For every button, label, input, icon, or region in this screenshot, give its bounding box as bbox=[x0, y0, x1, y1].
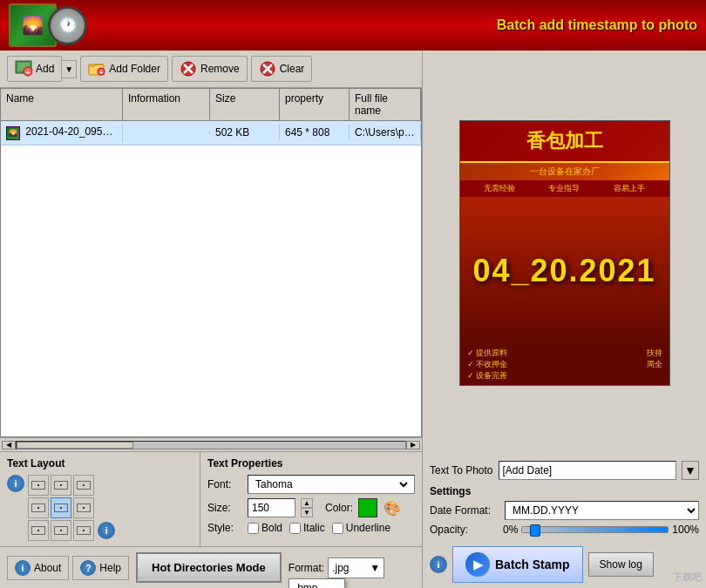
right-panel: 香包加工 一台设备在家办厂 无需经验 专业指导 容易上手 04_20.2021 … bbox=[423, 51, 706, 588]
dot bbox=[37, 484, 39, 486]
layout-btn-mid-center[interactable] bbox=[51, 497, 71, 518]
color-palette-icon[interactable]: 🎨 bbox=[383, 498, 402, 517]
opacity-row: Opacity: 0% 100% bbox=[430, 524, 699, 536]
bold-checkbox-label[interactable]: Bold bbox=[248, 522, 282, 534]
bottom-layout-row: Text Layout i bbox=[0, 451, 422, 546]
col-prop-header: property bbox=[280, 89, 350, 120]
ttp-expand-button[interactable]: ▼ bbox=[682, 461, 699, 480]
info-circle-right[interactable]: i bbox=[430, 556, 447, 573]
size-input[interactable] bbox=[248, 498, 295, 517]
size-down-btn[interactable]: ▼ bbox=[301, 508, 313, 517]
scroll-right-arrow[interactable]: ▶ bbox=[406, 441, 420, 449]
dot bbox=[37, 530, 39, 531]
italic-checkbox[interactable] bbox=[289, 523, 301, 534]
right-controls: Text To Photo ▼ Settings Date Format: MM… bbox=[423, 456, 706, 541]
size-color-row: Size: ▲ ▼ Color: 🎨 bbox=[207, 498, 415, 517]
scroll-left-arrow[interactable]: ◀ bbox=[2, 441, 16, 449]
horizontal-scrollbar[interactable]: ◀ ▶ bbox=[0, 437, 422, 451]
layout-btn-top-center[interactable] bbox=[51, 475, 71, 496]
dot bbox=[37, 507, 39, 509]
add-button-group[interactable]: + Add ▼ bbox=[7, 56, 77, 82]
help-button[interactable]: ? Help bbox=[72, 556, 129, 580]
info-circle-1[interactable]: i bbox=[7, 475, 24, 492]
format-dropdown: .bmp .gif .jpg .pcx .png .tif .ico .j2k bbox=[289, 578, 345, 589]
add-folder-label: Add Folder bbox=[109, 63, 160, 75]
clear-button[interactable]: Clear bbox=[251, 56, 313, 82]
remove-button[interactable]: Remove bbox=[172, 56, 248, 82]
opacity-label: Opacity: bbox=[430, 524, 499, 536]
layout-btn-top-right[interactable] bbox=[73, 475, 94, 496]
about-label: About bbox=[34, 562, 61, 574]
text-to-photo-row: Text To Photo ▼ bbox=[430, 461, 699, 480]
batch-stamp-button[interactable]: ▶ Batch Stamp bbox=[452, 546, 583, 583]
italic-checkbox-label[interactable]: Italic bbox=[289, 522, 325, 534]
dot bbox=[83, 507, 85, 509]
layout-btn-top-left[interactable] bbox=[28, 475, 49, 496]
layout-btn-bot-right[interactable] bbox=[73, 520, 94, 541]
layout-indicator bbox=[31, 526, 45, 535]
poster-subtitle: 一台设备在家办厂 bbox=[460, 163, 669, 180]
opacity-min: 0% bbox=[503, 524, 518, 536]
style-label: Style: bbox=[207, 522, 242, 534]
date-format-select[interactable]: MM.DD.YYYY bbox=[505, 501, 699, 520]
about-button[interactable]: i About bbox=[7, 556, 69, 580]
add-folder-button[interactable]: + Add Folder bbox=[80, 56, 168, 82]
svg-text:+: + bbox=[99, 69, 104, 77]
italic-label: Italic bbox=[303, 522, 325, 534]
text-layout-section: Text Layout i bbox=[0, 452, 200, 546]
underline-checkbox-label[interactable]: Underline bbox=[332, 522, 390, 534]
file-info-cell bbox=[123, 131, 210, 134]
size-up-btn[interactable]: ▲ bbox=[301, 498, 313, 508]
app-title: Batch add timestamp to photo bbox=[497, 17, 697, 33]
format-value: .jpg bbox=[332, 562, 349, 574]
about-info-icon: i bbox=[15, 560, 31, 576]
opacity-thumb[interactable] bbox=[530, 524, 540, 537]
layout-indicator bbox=[54, 481, 68, 490]
text-props-title: Text Properties bbox=[207, 457, 415, 470]
ttp-label: Text To Photo bbox=[430, 464, 493, 476]
scrollbar-track[interactable] bbox=[16, 441, 406, 449]
add-dropdown-arrow[interactable]: ▼ bbox=[62, 60, 77, 78]
font-input[interactable]: Tahoma bbox=[248, 475, 415, 494]
layout-info-side: i bbox=[7, 475, 24, 541]
opacity-slider[interactable] bbox=[521, 526, 669, 533]
layout-btn-bot-center[interactable] bbox=[51, 520, 71, 541]
ttp-input[interactable] bbox=[499, 461, 677, 480]
info-circle-2[interactable]: i bbox=[98, 522, 115, 539]
hot-dir-label: Hot Directories Mode bbox=[152, 561, 266, 574]
bold-checkbox[interactable] bbox=[248, 523, 259, 534]
add-button[interactable]: + Add bbox=[7, 56, 62, 82]
layout-btn-bot-left[interactable] bbox=[28, 520, 49, 541]
style-row: Style: Bold Italic Underline bbox=[207, 522, 415, 534]
color-label: Color: bbox=[325, 502, 353, 514]
table-row[interactable]: 🌄 2021-04-20_095418.... 502 KB 645 * 808… bbox=[1, 121, 421, 145]
color-box[interactable] bbox=[358, 498, 377, 517]
layout-btn-mid-left[interactable] bbox=[28, 497, 49, 518]
format-select[interactable]: .jpg ▼ bbox=[328, 558, 384, 578]
layout-btn-mid-right[interactable] bbox=[73, 497, 94, 518]
remove-icon bbox=[180, 60, 197, 78]
format-option-bmp[interactable]: .bmp bbox=[289, 579, 344, 589]
layout-indicator bbox=[31, 504, 45, 512]
font-label: Font: bbox=[207, 478, 242, 490]
underline-checkbox[interactable] bbox=[332, 523, 343, 534]
show-log-label: Show log bbox=[600, 558, 642, 571]
layout-indicator bbox=[31, 481, 45, 490]
size-label: Size: bbox=[207, 502, 242, 514]
layout-indicator bbox=[54, 526, 68, 535]
show-log-button[interactable]: Show log bbox=[588, 552, 654, 577]
layout-grid: i bbox=[7, 475, 193, 541]
hot-directories-button[interactable]: Hot Directories Mode bbox=[136, 552, 282, 583]
about-help-group: i About ? Help bbox=[7, 556, 129, 580]
scrollbar-thumb[interactable] bbox=[17, 442, 133, 449]
dot bbox=[83, 530, 85, 531]
add-icon: + bbox=[15, 60, 32, 78]
batch-row: i ▶ Batch Stamp Show log bbox=[423, 541, 706, 588]
format-label: Format: bbox=[289, 562, 324, 574]
underline-label: Underline bbox=[346, 522, 390, 534]
remove-label: Remove bbox=[200, 63, 240, 75]
svg-text:+: + bbox=[26, 69, 31, 77]
font-select[interactable]: Tahoma bbox=[252, 477, 411, 491]
header: 🌄 🕐 Batch add timestamp to photo bbox=[0, 0, 706, 51]
font-row: Font: Tahoma bbox=[207, 475, 415, 494]
